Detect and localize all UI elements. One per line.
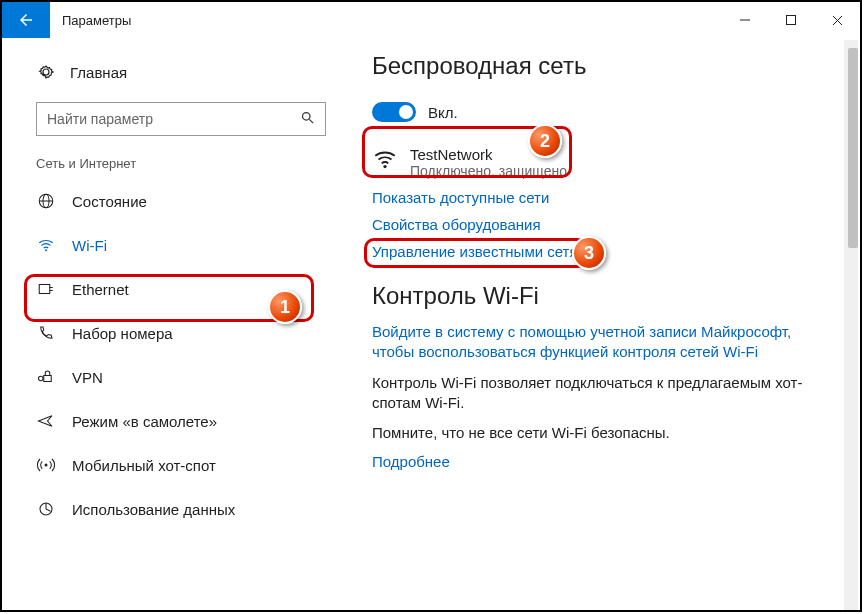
minimize-icon [740,15,750,25]
svg-point-17 [383,165,386,168]
link-hardware-properties[interactable]: Свойства оборудования [372,216,840,233]
svg-point-15 [45,464,48,467]
sidebar: Главная Найти параметр Сеть и Интернет С… [2,38,352,610]
wifi-icon [36,236,56,254]
scrollbar-thumb[interactable] [848,48,858,248]
sidebar-item-label: VPN [72,369,103,386]
close-button[interactable] [814,2,860,38]
hotspot-icon [36,456,56,474]
sidebar-item-label: Мобильный хот-спот [72,457,216,474]
globe-icon [36,192,56,210]
close-icon [832,15,843,26]
search-icon [300,110,315,128]
sidebar-item-label: Набор номера [72,325,173,342]
ethernet-icon [36,280,56,298]
main-content: Беспроводная сеть Вкл. TestNetwork Подкл… [352,38,860,610]
link-more[interactable]: Подробнее [372,453,840,470]
vpn-icon [36,368,56,386]
airplane-icon [36,412,56,430]
data-usage-icon [36,500,56,518]
page-title: Беспроводная сеть [372,52,840,80]
sidebar-category: Сеть и Интернет [36,156,352,171]
sidebar-item-label: Wi-Fi [72,237,107,254]
titlebar: Параметры [2,2,860,38]
sidebar-item-airplane[interactable]: Режим «в самолете» [36,399,352,443]
wifi-toggle[interactable] [372,102,416,122]
arrow-left-icon [17,11,35,29]
svg-line-5 [309,119,313,123]
window-title: Параметры [50,2,722,38]
sidebar-home-label: Главная [70,64,127,81]
network-status: Подключено, защищено [410,163,567,179]
minimize-button[interactable] [722,2,768,38]
gear-icon [36,63,56,81]
section-title-wifi-sense: Контроль Wi-Fi [372,282,840,310]
sidebar-item-label: Состояние [72,193,147,210]
sidebar-item-datausage[interactable]: Использование данных [36,487,352,531]
sidebar-item-ethernet[interactable]: Ethernet [36,267,352,311]
link-manage-known[interactable]: Управление известными сетями [372,243,840,260]
svg-rect-1 [787,16,796,25]
sidebar-item-dialup[interactable]: Набор номера [36,311,352,355]
search-placeholder: Найти параметр [47,111,153,127]
link-sign-in[interactable]: Войдите в систему с помощью учетной запи… [372,322,812,363]
sidebar-item-hotspot[interactable]: Мобильный хот-спот [36,443,352,487]
search-input[interactable]: Найти параметр [36,102,326,136]
network-name: TestNetwork [410,146,567,163]
sidebar-home[interactable]: Главная [36,52,352,92]
sidebar-item-wifi[interactable]: Wi-Fi [36,223,352,267]
back-button[interactable] [2,2,50,38]
sidebar-item-label: Ethernet [72,281,129,298]
sidebar-item-status[interactable]: Состояние [36,179,352,223]
svg-rect-13 [44,376,52,382]
svg-point-14 [39,376,44,381]
sidebar-item-label: Использование данных [72,501,235,518]
sidebar-item-vpn[interactable]: VPN [36,355,352,399]
phone-icon [36,324,56,342]
wifi-signal-icon [372,146,398,176]
svg-rect-10 [39,285,50,294]
maximize-button[interactable] [768,2,814,38]
svg-point-4 [303,113,311,121]
maximize-icon [786,15,796,25]
link-show-networks[interactable]: Показать доступные сети [372,189,840,206]
wifi-sense-para1: Контроль Wi-Fi позволяет подключаться к … [372,373,812,414]
sidebar-item-label: Режим «в самолете» [72,413,217,430]
svg-point-9 [45,249,47,251]
wifi-toggle-label: Вкл. [428,104,458,121]
wifi-sense-para2: Помните, что не все сети Wi-Fi безопасны… [372,423,812,443]
